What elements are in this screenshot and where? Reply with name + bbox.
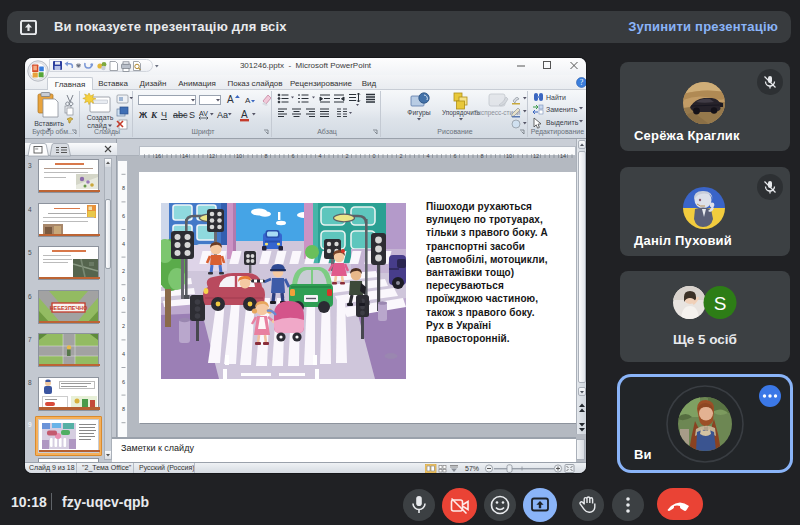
svg-text:?: ? <box>580 78 584 87</box>
svg-text:Заменить: Заменить <box>546 106 578 113</box>
svg-text:2: 2 <box>122 323 125 329</box>
svg-text:6: 6 <box>291 153 294 159</box>
svg-text:0: 0 <box>372 153 375 159</box>
svg-text:4: 4 <box>122 241 125 247</box>
svg-text:2: 2 <box>122 268 125 274</box>
svg-text:4: 4 <box>122 351 125 357</box>
svg-text:A: A <box>241 109 248 120</box>
svg-text:Ч: Ч <box>161 110 167 120</box>
svg-text:10: 10 <box>506 153 512 159</box>
svg-text:6: 6 <box>122 379 125 385</box>
svg-text:A: A <box>245 96 251 105</box>
svg-text:Создать: Создать <box>87 114 114 122</box>
svg-text:8: 8 <box>122 185 125 191</box>
svg-text:0: 0 <box>122 296 125 302</box>
svg-text:14: 14 <box>560 153 566 159</box>
svg-text:8: 8 <box>122 406 125 412</box>
svg-text:S: S <box>714 293 727 314</box>
svg-text:12: 12 <box>209 153 215 159</box>
svg-text:abc: abc <box>173 110 188 120</box>
svg-text:Ж: Ж <box>138 110 148 120</box>
svg-text:Aa: Aa <box>217 110 228 120</box>
svg-text:AV: AV <box>199 110 208 117</box>
svg-text:57%: 57% <box>465 465 479 472</box>
svg-text:A: A <box>227 94 234 105</box>
svg-text:Найти: Найти <box>546 94 566 101</box>
svg-text:НЕБЕЗПЕЧНО: НЕБЕЗПЕЧНО <box>50 305 88 311</box>
svg-text:16: 16 <box>155 153 161 159</box>
svg-text:10: 10 <box>236 153 242 159</box>
svg-text:S: S <box>189 110 195 120</box>
svg-text:2: 2 <box>399 153 402 159</box>
svg-text:6: 6 <box>453 153 456 159</box>
svg-text:2: 2 <box>345 153 348 159</box>
svg-text:Фигуры: Фигуры <box>407 109 431 117</box>
svg-text:К: К <box>150 110 158 120</box>
svg-text:4: 4 <box>426 153 429 159</box>
svg-text:4: 4 <box>318 153 321 159</box>
svg-text:8: 8 <box>264 153 267 159</box>
svg-text:Выделить: Выделить <box>546 119 579 127</box>
svg-text:12: 12 <box>533 153 539 159</box>
svg-text:Вставить: Вставить <box>34 120 64 127</box>
svg-text:8: 8 <box>480 153 483 159</box>
svg-text:6: 6 <box>122 213 125 219</box>
svg-text:14: 14 <box>182 153 188 159</box>
